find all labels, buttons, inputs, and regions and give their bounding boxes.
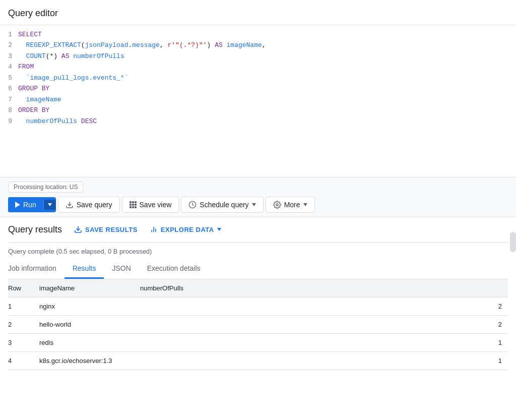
cell-row: 4 <box>8 351 33 370</box>
col-header-row: Row <box>8 279 33 297</box>
save-icon <box>66 201 74 209</box>
chevron-down-icon <box>252 203 256 206</box>
results-header: Query results SAVE RESULTS EXPLORE DATA <box>8 217 508 243</box>
scrollbar[interactable] <box>510 232 516 252</box>
save-query-label: Save query <box>77 201 112 209</box>
clock-icon <box>188 201 197 209</box>
code-content[interactable]: SELECT REGEXP_EXTRACT(jsonPayload.messag… <box>18 29 516 127</box>
schedule-query-label: Schedule query <box>200 201 248 209</box>
explore-data-button[interactable]: EXPLORE DATA <box>150 225 221 233</box>
download-icon <box>74 225 82 233</box>
toolbar-buttons: Run Save query <box>8 197 508 213</box>
processing-location: Processing location: US <box>8 182 83 193</box>
save-results-button[interactable]: SAVE RESULTS <box>74 225 138 233</box>
col-header-numberofpulls: numberOfPulls <box>134 279 508 297</box>
query-status: Query complete (0.5 sec elapsed, 0 B pro… <box>8 243 508 259</box>
gear-icon <box>273 201 281 209</box>
run-button-group[interactable]: Run <box>8 197 56 212</box>
table-row: 1 nginx 2 <box>8 297 508 315</box>
save-query-button[interactable]: Save query <box>58 197 120 213</box>
col-header-imagename: imageName <box>33 279 134 297</box>
cell-numberofpulls: 1 <box>134 351 508 370</box>
chevron-down-icon <box>48 203 52 206</box>
save-view-label: Save view <box>140 201 172 209</box>
code-editor[interactable]: 1 2 3 4 5 6 7 8 9 SELECT REGEXP_EXTRACT(… <box>0 25 516 177</box>
toolbar: Processing location: US Run Sav <box>0 177 516 217</box>
save-view-button[interactable]: Save view <box>122 197 179 213</box>
table-row: 3 redis 1 <box>8 333 508 351</box>
run-label: Run <box>23 201 36 209</box>
cell-imagename: redis <box>33 333 134 351</box>
page-title: Query editor <box>0 8 516 25</box>
results-title: Query results <box>8 224 62 235</box>
cell-row: 2 <box>8 315 33 333</box>
schedule-query-button[interactable]: Schedule query <box>181 197 263 213</box>
grid-icon <box>130 201 137 208</box>
more-button[interactable]: More <box>266 197 315 213</box>
tab-execution-details[interactable]: Execution details <box>139 259 209 279</box>
table-header-row: Row imageName numberOfPulls <box>8 279 508 297</box>
more-label: More <box>284 201 300 209</box>
cell-numberofpulls: 2 <box>134 315 508 333</box>
tab-results[interactable]: Results <box>64 259 104 279</box>
table-row: 4 k8s.gcr.io/echoserver:1.3 1 <box>8 351 508 370</box>
cell-numberofpulls: 2 <box>134 297 508 315</box>
cell-row: 1 <box>8 297 33 315</box>
tab-json[interactable]: JSON <box>104 259 139 279</box>
cell-imagename: nginx <box>33 297 134 315</box>
svg-point-2 <box>276 204 278 206</box>
run-button[interactable]: Run <box>8 197 43 212</box>
run-dropdown-button[interactable] <box>43 200 56 210</box>
save-results-label: SAVE RESULTS <box>85 226 138 233</box>
chevron-down-icon <box>217 228 221 231</box>
line-numbers: 1 2 3 4 5 6 7 8 9 <box>0 29 18 127</box>
tab-job-information[interactable]: Job information <box>8 259 64 279</box>
play-icon <box>15 202 20 208</box>
table-row: 2 hello-world 2 <box>8 315 508 333</box>
results-tabs: Job information Results JSON Execution d… <box>8 259 508 279</box>
cell-numberofpulls: 1 <box>134 333 508 351</box>
results-table: Row imageName numberOfPulls 1 nginx 2 2 … <box>8 279 508 370</box>
explore-data-label: EXPLORE DATA <box>161 226 214 233</box>
cell-imagename: hello-world <box>33 315 134 333</box>
cell-imagename: k8s.gcr.io/echoserver:1.3 <box>33 351 134 370</box>
cell-row: 3 <box>8 333 33 351</box>
chart-icon <box>150 225 158 233</box>
chevron-down-icon <box>303 203 307 206</box>
results-section: Query results SAVE RESULTS EXPLORE DATA <box>0 217 516 370</box>
